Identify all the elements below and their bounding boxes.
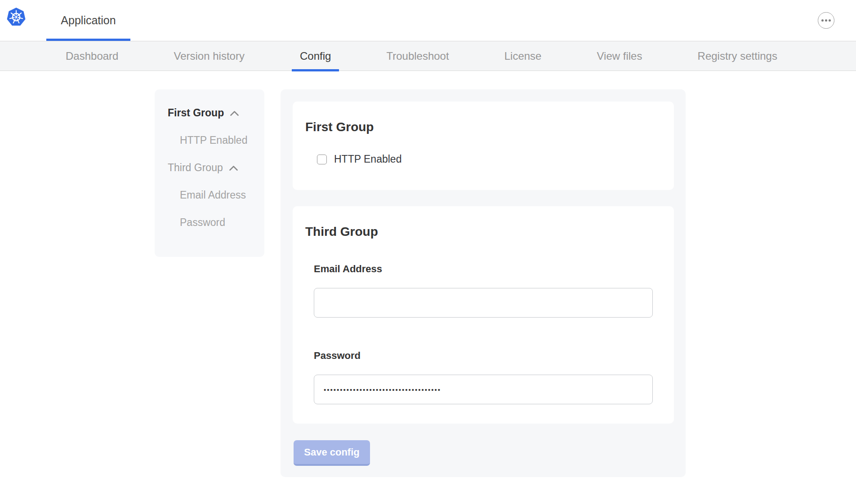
checkbox-label: HTTP Enabled <box>334 153 401 165</box>
group-title: First Group <box>305 119 661 134</box>
sidebar-item-password[interactable]: Password <box>155 216 264 229</box>
nav-tab-license[interactable]: License <box>504 41 542 71</box>
sidebar-item-label: HTTP Enabled <box>180 134 247 146</box>
config-group-card-first: First Group HTTP Enabled <box>293 102 674 190</box>
nav-tab-config[interactable]: Config <box>300 41 331 71</box>
save-config-button[interactable]: Save config <box>294 440 370 466</box>
nav-tab-view-files[interactable]: View files <box>597 41 642 71</box>
sidebar-item-label: Email Address <box>180 189 246 201</box>
config-group-card-third: Third Group Email Address Password <box>293 206 674 424</box>
chevron-up-icon <box>229 165 238 171</box>
sidebar-item-label: First Group <box>168 107 224 119</box>
password-field: Password <box>305 350 661 404</box>
tab-application[interactable]: Application <box>46 0 130 41</box>
sidebar-item-label: Third Group <box>168 162 223 174</box>
secondary-nav: Dashboard Version history Config Trouble… <box>0 41 856 71</box>
chevron-up-icon <box>230 111 239 116</box>
nav-tab-troubleshoot[interactable]: Troubleshoot <box>386 41 449 71</box>
nav-tab-dashboard[interactable]: Dashboard <box>66 41 118 71</box>
http-enabled-checkbox-row[interactable]: HTTP Enabled <box>305 153 401 165</box>
sidebar-item-email-address[interactable]: Email Address <box>155 189 264 201</box>
sidebar-item-label: Password <box>180 217 225 229</box>
config-sidebar: First Group HTTP Enabled Third Group Ema… <box>155 89 264 257</box>
field-label: Password <box>314 350 653 361</box>
sidebar-item-third-group[interactable]: Third Group <box>155 161 264 174</box>
nav-tab-version-history[interactable]: Version history <box>174 41 245 71</box>
email-address-field: Email Address <box>305 263 661 318</box>
sidebar-item-http-enabled[interactable]: HTTP Enabled <box>155 134 264 146</box>
group-title: Third Group <box>305 224 661 239</box>
field-label: Email Address <box>314 263 653 274</box>
http-enabled-checkbox[interactable] <box>317 155 327 164</box>
overflow-menu-button[interactable] <box>818 12 834 29</box>
kots-admin-console: Application Dashboard Version history Co… <box>0 0 856 504</box>
password-input[interactable] <box>314 375 653 404</box>
app-header: Application <box>0 0 856 41</box>
ellipsis-icon <box>821 19 824 22</box>
config-panel: First Group HTTP Enabled Third Group Ema… <box>281 89 686 477</box>
kubernetes-logo-icon <box>6 7 26 27</box>
sidebar-item-first-group[interactable]: First Group <box>155 106 264 119</box>
tab-application-label: Application <box>61 14 116 27</box>
email-address-input[interactable] <box>314 288 653 318</box>
nav-tab-registry-settings[interactable]: Registry settings <box>698 41 777 71</box>
